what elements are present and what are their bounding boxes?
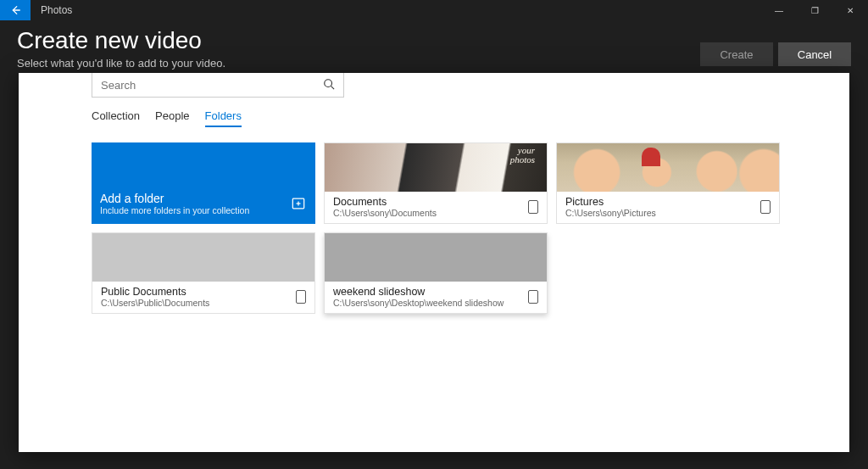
folder-tile-documents[interactable]: your photos Documents C:\Users\sony\Docu… [324,142,548,224]
minimize-button[interactable]: — [761,0,797,20]
folder-name: Documents [333,196,521,208]
folder-tile-weekend-slideshow[interactable]: weekend slideshow C:\Users\sony\Desktop\… [324,232,548,314]
folder-tile-public-documents[interactable]: Public Documents C:\Users\Public\Documen… [92,232,315,314]
tab-folders[interactable]: Folders [205,109,242,127]
search-box[interactable] [92,73,344,98]
svg-line-2 [331,86,335,89]
folder-path: C:\Users\sony\Desktop\weekend slideshow [333,298,521,308]
add-folder-title: Add a folder [100,192,307,205]
titlebar: Photos — ❐ ✕ [0,0,868,20]
page-title: Create new video [17,27,700,54]
folder-thumbnail: your photos [325,143,547,192]
search-icon [323,78,335,92]
tab-people[interactable]: People [155,109,189,127]
folder-thumbnail [325,233,547,282]
back-button[interactable] [0,0,31,20]
folder-name: Public Documents [101,286,289,298]
folder-path: C:\Users\Public\Documents [101,298,289,308]
page-header: Create new video Select what you'd like … [0,20,868,80]
tab-collection[interactable]: Collection [92,109,140,127]
close-button[interactable]: ✕ [832,0,868,20]
tabs: Collection People Folders [92,109,776,127]
folder-thumbnail [557,143,779,192]
folder-name: weekend slideshow [333,286,521,298]
folder-checkbox[interactable] [296,290,306,304]
maximize-button[interactable]: ❐ [797,0,832,20]
svg-point-1 [325,79,332,87]
search-row [92,73,776,98]
folder-path: C:\Users\sony\Documents [333,208,521,218]
content-card: Collection People Folders Add a folder I… [19,73,849,452]
add-folder-subtitle: Include more folders in your collection [100,205,307,215]
cancel-button[interactable]: Cancel [778,42,851,66]
folder-checkbox[interactable] [528,290,538,304]
folder-path: C:\Users\sony\Pictures [565,208,754,218]
folder-checkbox[interactable] [528,200,538,214]
add-folder-tile[interactable]: Add a folder Include more folders in you… [92,142,315,224]
window-controls: — ❐ ✕ [761,0,868,20]
page-subtitle: Select what you'd like to add to your vi… [17,57,700,70]
search-input[interactable] [101,79,323,92]
folder-checkbox[interactable] [760,200,771,214]
app-title: Photos [41,4,72,16]
create-button[interactable]: Create [700,42,773,66]
header-actions: Create Cancel [700,27,851,66]
header-text: Create new video Select what you'd like … [17,27,700,70]
folder-tile-pictures[interactable]: Pictures C:\Users\sony\Pictures [556,142,780,224]
folder-grid: Add a folder Include more folders in you… [92,142,776,314]
add-folder-icon [290,195,307,215]
folder-thumbnail [92,233,314,282]
arrow-left-icon [9,4,21,16]
folder-name: Pictures [565,196,754,208]
thumbnail-text: your photos [510,146,535,165]
